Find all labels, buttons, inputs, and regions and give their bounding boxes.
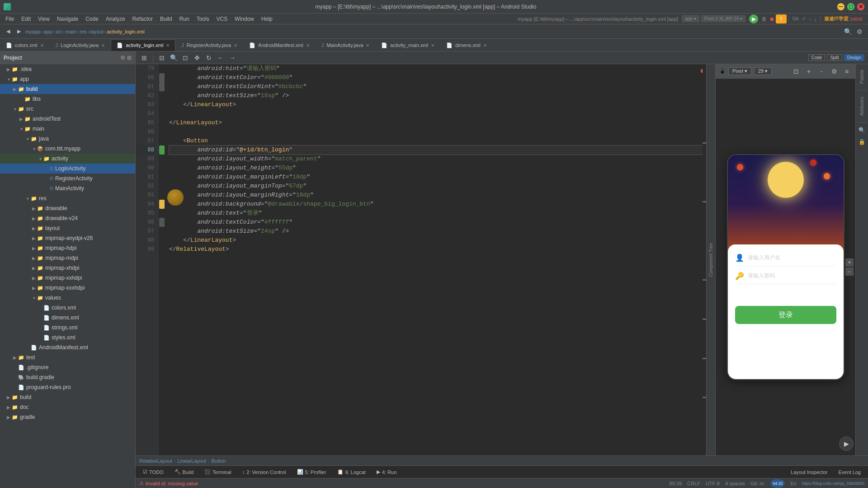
menu-view[interactable]: View — [34, 15, 53, 23]
zoom-select-button[interactable]: ⊡ — [180, 53, 190, 63]
preview-zoom-fit[interactable]: ⊡ — [791, 66, 801, 76]
tab-activity-main-xml[interactable]: 📄 activity_main.xml ✕ — [375, 39, 440, 51]
tree-item-loginactivity[interactable]: © LoginActivity — [0, 164, 135, 174]
pixel-selector[interactable]: Pixel ▾ — [728, 67, 751, 75]
preview-zoom-out[interactable]: - — [816, 66, 826, 76]
tree-item-mipmap-hdpi[interactable]: ▶ 📁 mipmap-hdpi — [0, 243, 135, 253]
close-button[interactable]: ✕ — [857, 3, 864, 10]
login-button-preview[interactable]: 登录 — [735, 306, 836, 324]
tree-item-mainactivity[interactable]: © MainActivity — [0, 183, 135, 193]
tree-item-mipmap-anydpi[interactable]: ▶ 📁 mipmap-anydpi-v26 — [0, 233, 135, 243]
tree-item-idea[interactable]: ▶ 📁 .idea — [0, 64, 135, 74]
tree-item-app[interactable]: ▾ 📁 app — [0, 74, 135, 84]
play-overlay[interactable]: ▶ — [839, 436, 854, 451]
code-editor[interactable]: 79 80 81 82 83 84 85 86 87 88 89 90 91 9… — [136, 64, 706, 455]
menu-code[interactable]: Code — [82, 15, 102, 23]
zoom-in-button[interactable]: 🔍 — [169, 53, 179, 63]
back-button[interactable]: ◀ — [4, 28, 13, 35]
bc-button[interactable]: Button — [212, 458, 226, 464]
tree-item-layout[interactable]: ▶ 📁 layout — [0, 223, 135, 233]
preview-attrs[interactable]: ≡ — [842, 66, 852, 76]
forward-button[interactable]: ▶ — [14, 28, 24, 35]
menu-edit[interactable]: Edit — [18, 15, 34, 23]
tab-dimens-xml[interactable]: 📄 dimens.xml ✕ — [440, 39, 493, 51]
tree-item-build-gradle[interactable]: 🐘 build.gradle — [0, 372, 135, 382]
sidebar-gear[interactable]: ⚙ — [120, 55, 125, 61]
event-log-button[interactable]: Event Log — [835, 469, 864, 476]
bc-src[interactable]: src — [56, 29, 62, 34]
bc-app[interactable]: app — [44, 29, 52, 34]
maximize-button[interactable]: □ — [847, 3, 854, 10]
tree-item-drawable-v24[interactable]: ▶ 📁 drawable-v24 — [0, 213, 135, 223]
tree-item-manifest[interactable]: 📄 AndroidManifest.xml — [0, 343, 135, 352]
code-content[interactable]: android:hint="请输入密码" android:textColor="… — [165, 64, 706, 455]
zoom-fit-button[interactable]: ⊟ — [157, 53, 167, 63]
bc-main[interactable]: main — [66, 29, 76, 34]
tab-close[interactable]: ✕ — [234, 43, 237, 48]
bc-res[interactable]: res — [80, 29, 87, 34]
build-button[interactable]: 🔨 Build — [171, 468, 197, 476]
menu-analyze[interactable]: Analyze — [102, 15, 129, 23]
tree-item-java[interactable]: ▾ 📁 java — [0, 134, 135, 144]
tree-item-gradle[interactable]: ▶ 📁 gradle — [0, 412, 135, 422]
tree-item-libs[interactable]: 📁 libs — [0, 94, 135, 104]
tree-item-values[interactable]: ▾ 📁 values — [0, 293, 135, 303]
menu-navigate[interactable]: Navigate — [53, 15, 82, 23]
tab-registeractivity[interactable]: J RegisterActivity.java ✕ — [175, 39, 243, 51]
arrow-left-button[interactable]: ← — [216, 53, 226, 63]
tree-item-test[interactable]: ▶ 📁 test — [0, 352, 135, 362]
tree-item-dimens[interactable]: 📄 dimens.xml — [0, 313, 135, 323]
preview-settings[interactable]: ⚙ — [829, 66, 839, 76]
tree-item-build[interactable]: ▶ 📁 build — [0, 84, 135, 94]
attributes-side-button[interactable]: Attributes — [858, 93, 866, 119]
tree-item-colors[interactable]: 📄 colors.xml — [0, 303, 135, 313]
tree-item-registeractivity[interactable]: © RegisterActivity — [0, 174, 135, 183]
tab-activity-login-xml[interactable]: 📄 activity_login.xml ✕ — [111, 39, 175, 51]
menu-window[interactable]: Window — [231, 15, 258, 23]
version-control-button[interactable]: ↕ 2: Version Control — [239, 469, 290, 476]
menu-run[interactable]: Run — [176, 15, 193, 23]
layout-inspector-button[interactable]: Layout Inspector — [787, 469, 831, 476]
tree-item-activity[interactable]: ▾ 📁 activity — [0, 154, 135, 164]
tab-close[interactable]: ✕ — [306, 43, 310, 48]
tab-close[interactable]: ✕ — [483, 43, 487, 48]
tree-item-main[interactable]: ▾ 📁 main — [0, 124, 135, 134]
tree-item-doc[interactable]: ▶ 📁 doc — [0, 402, 135, 412]
bc-myapp[interactable]: myapp — [25, 29, 40, 34]
bc-layout[interactable]: layout — [90, 29, 104, 34]
preview-zoom-in[interactable]: + — [804, 66, 814, 76]
tree-item-strings[interactable]: 📄 strings.xml — [0, 323, 135, 333]
menu-vcs[interactable]: VCS — [213, 15, 231, 23]
api-level[interactable]: 29 ▾ — [754, 67, 772, 75]
tree-item-androidtest[interactable]: ▶ 📁 androidTest — [0, 114, 135, 124]
run-button[interactable]: ▶ 4: Run — [373, 468, 400, 476]
tab-close[interactable]: ✕ — [366, 43, 369, 48]
tab-close[interactable]: ✕ — [40, 43, 44, 48]
bc-file[interactable]: activity_login.xml — [107, 29, 145, 34]
bc-linearlayout[interactable]: LinearLayout — [177, 458, 206, 464]
palette-toggle-button[interactable]: ⊞ — [139, 53, 149, 63]
tree-item-mipmap-xhdpi[interactable]: ▶ 📁 mipmap-xhdpi — [0, 263, 135, 273]
tree-item-drawable[interactable]: ▶ 📁 drawable — [0, 203, 135, 213]
tree-item-root-build[interactable]: ▶ 📁 build — [0, 392, 135, 402]
minimize-button[interactable]: ─ — [837, 3, 844, 10]
tree-item-proguard[interactable]: 📄 proguard-rules.pro — [0, 382, 135, 392]
window-controls[interactable]: ─ □ ✕ — [837, 3, 864, 10]
tab-close-loginactivity[interactable]: ✕ — [101, 43, 105, 48]
code-view-button[interactable]: Code — [808, 54, 826, 61]
profiler-button[interactable]: 📊 5: Profiler — [293, 468, 330, 476]
tree-item-mipmap-mdpi[interactable]: ▶ 📁 mipmap-mdpi — [0, 253, 135, 263]
tab-mainactivity[interactable]: J MainActivity.java ✕ — [316, 39, 376, 51]
sidebar-lock-button[interactable]: 🔒 — [857, 137, 867, 147]
logcat-button[interactable]: 📋 6: Logcat — [334, 468, 369, 476]
rotate-button[interactable]: ↻ — [204, 53, 214, 63]
bc-relativelayout[interactable]: RelativeLayout — [139, 458, 172, 464]
settings-button[interactable]: ⚙ — [854, 27, 864, 37]
tab-close-active[interactable]: ✕ — [166, 43, 170, 48]
tab-loginactivity[interactable]: J LoginActivity.java ✕ — [50, 39, 111, 51]
menu-build[interactable]: Build — [156, 15, 176, 23]
tree-item-gitignore[interactable]: 📄 .gitignore — [0, 362, 135, 372]
sidebar-search-button[interactable]: 🔍 — [857, 125, 867, 135]
menu-refactor[interactable]: Refactor — [129, 15, 156, 23]
menu-help[interactable]: Help — [258, 15, 276, 23]
